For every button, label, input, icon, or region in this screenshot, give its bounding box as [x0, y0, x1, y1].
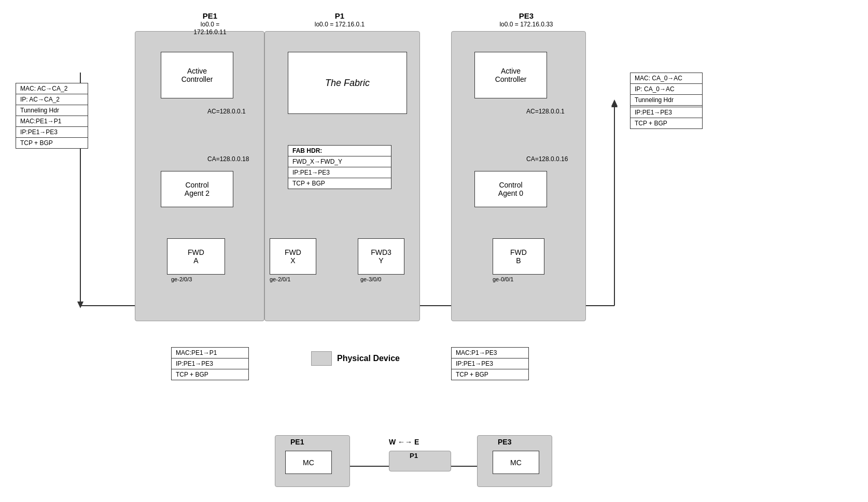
ac-label-pe3: AC=128.0.0.1: [526, 108, 565, 115]
port-ge-3-0-0: ge-3/0/0: [360, 276, 381, 282]
ca-label-pe1: CA=128.0.0.18: [207, 155, 249, 163]
legend: Physical Device: [311, 351, 400, 366]
fwd-x-box: FWDX: [270, 238, 316, 275]
left-packet-box: MAC: AC→CA_2 IP: AC→CA_2 Tunneling Hdr M…: [16, 83, 88, 149]
bottom-left-packet-box: MAC:PE1→P1 IP:PE1→PE3 TCP + BGP: [171, 347, 249, 380]
pe1-title: PE1 lo0.0 = 172.16.0.11: [184, 11, 236, 36]
ca-label-pe3: CA=128.0.0.16: [526, 155, 568, 163]
pe3-title: PE3 lo0.0 = 172.16.0.33: [493, 11, 560, 28]
diagram-container: PE1 lo0.0 = 172.16.0.11 P1 lo0.0 = 172.1…: [0, 0, 868, 502]
mini-mc-pe3: MC: [493, 451, 539, 474]
mini-mc-pe1: MC: [285, 451, 332, 474]
svg-marker-16: [611, 99, 618, 106]
port-ge-2-0-3: ge-2/0/3: [171, 276, 192, 282]
port-ge-2-0-1: ge-2/0/1: [270, 276, 290, 282]
svg-marker-8: [611, 101, 618, 107]
fabric-box: The Fabric: [288, 52, 407, 114]
control-agent-2: ControlAgent 2: [161, 171, 233, 207]
mini-pe1-title: PE1: [290, 438, 304, 446]
fwd-b-box: FWDB: [493, 238, 544, 275]
bottom-right-packet-box: MAC:P1→PE3 IP:PE1→PE3 TCP + BGP: [451, 347, 529, 380]
active-controller-pe3: ActiveController: [474, 52, 547, 98]
ac-label-pe1: AC=128.0.0.1: [207, 108, 246, 115]
we-label: W ←→ E: [389, 438, 419, 446]
mini-p1-bg: [389, 451, 451, 471]
mini-p1-title: P1: [410, 452, 418, 460]
fwd-a-box: FWDA: [167, 238, 225, 275]
connection-lines: [0, 0, 868, 502]
right-packet-box: MAC: CA_0→AC IP: CA_0→AC Tunneling Hdr I…: [630, 73, 703, 129]
port-ge-0-0-1: ge-0/0/1: [493, 276, 513, 282]
fwd3-y-box: FWD3Y: [358, 238, 404, 275]
active-controller-pe1: ActiveController: [161, 52, 233, 98]
svg-marker-6: [77, 302, 83, 308]
control-agent-0: ControlAgent 0: [474, 171, 547, 207]
fab-hdr-box: FAB HDR: FWD_X→FWD_Y IP:PE1→PE3 TCP + BG…: [288, 145, 391, 189]
p1-title: P1 lo0.0 = 172.16.0.1: [306, 11, 373, 28]
mini-pe3-title: PE3: [498, 438, 511, 446]
